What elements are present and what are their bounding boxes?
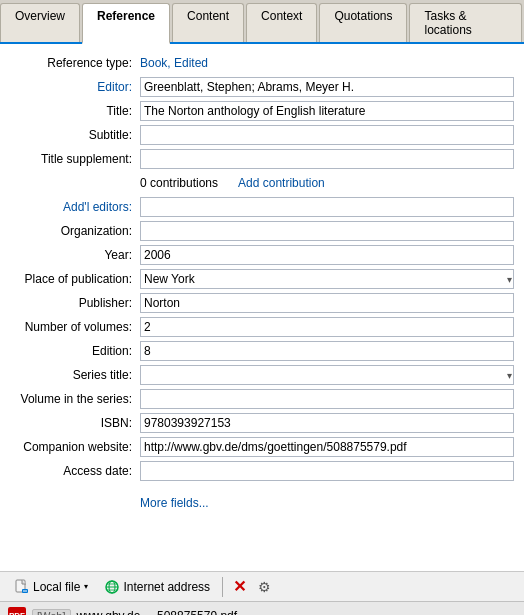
tab-content[interactable]: Content — [172, 3, 244, 42]
more-fields-link[interactable]: More fields... — [140, 496, 209, 510]
reference-type-label: Reference type: — [10, 56, 140, 70]
bottom-toolbar: Local file ▾ Internet address ✕ ⚙ — [0, 571, 524, 601]
companion-input[interactable] — [140, 437, 514, 457]
num-volumes-row: Number of volumes: — [10, 316, 514, 338]
series-title-select[interactable] — [140, 365, 514, 385]
title-supplement-label: Title supplement: — [10, 152, 140, 166]
title-label: Title: — [10, 104, 140, 118]
series-title-label: Series title: — [10, 368, 140, 382]
more-fields-area: More fields... — [10, 488, 514, 510]
organization-label: Organization: — [10, 224, 140, 238]
tab-reference[interactable]: Reference — [82, 3, 170, 44]
addl-editors-input[interactable] — [140, 197, 514, 217]
reference-form: Reference type: Book, Edited Editor: Tit… — [0, 44, 524, 571]
companion-label: Companion website: — [10, 440, 140, 454]
contributions-count: 0 contributions — [140, 176, 218, 190]
num-volumes-input[interactable] — [140, 317, 514, 337]
title-row: Title: — [10, 100, 514, 122]
subtitle-input[interactable] — [140, 125, 514, 145]
addl-editors-row: Add'l editors: — [10, 196, 514, 218]
companion-row: Companion website: — [10, 436, 514, 458]
place-select[interactable]: New York — [140, 269, 514, 289]
edition-input[interactable] — [140, 341, 514, 361]
file-bar: PDF [Web] www.gbv.de ... 508875579.pdf — [0, 601, 524, 615]
volume-label: Volume in the series: — [10, 392, 140, 406]
internet-address-button[interactable]: Internet address — [98, 577, 216, 597]
tab-bar: Overview Reference Content Context Quota… — [0, 0, 524, 44]
settings-button[interactable]: ⚙ — [254, 577, 275, 597]
tab-context[interactable]: Context — [246, 3, 317, 42]
year-input[interactable] — [140, 245, 514, 265]
editor-row: Editor: — [10, 76, 514, 98]
tab-quotations[interactable]: Quotations — [319, 3, 407, 42]
tab-tasks[interactable]: Tasks & locations — [409, 3, 522, 42]
subtitle-row: Subtitle: — [10, 124, 514, 146]
place-row: Place of publication: New York ▾ — [10, 268, 514, 290]
isbn-row: ISBN: — [10, 412, 514, 434]
globe-icon — [104, 579, 120, 595]
title-supplement-row: Title supplement: — [10, 148, 514, 170]
local-file-icon — [14, 579, 30, 595]
tab-overview[interactable]: Overview — [0, 3, 80, 42]
file-url: www.gbv.de ... 508875579.pdf — [77, 609, 238, 616]
editor-label: Editor: — [10, 80, 140, 94]
file-tag: [Web] — [32, 609, 71, 616]
organization-input[interactable] — [140, 221, 514, 241]
place-select-wrapper: New York ▾ — [140, 269, 514, 289]
reference-type-row: Reference type: Book, Edited — [10, 52, 514, 74]
local-file-label: Local file — [33, 580, 80, 594]
reference-type-value: Book, Edited — [140, 56, 514, 70]
place-label: Place of publication: — [10, 272, 140, 286]
internet-address-label: Internet address — [123, 580, 210, 594]
local-file-dropdown-arrow: ▾ — [84, 582, 88, 591]
delete-button[interactable]: ✕ — [229, 575, 250, 598]
year-row: Year: — [10, 244, 514, 266]
access-date-input[interactable] — [140, 461, 514, 481]
organization-row: Organization: — [10, 220, 514, 242]
edition-row: Edition: — [10, 340, 514, 362]
editor-input[interactable] — [140, 77, 514, 97]
access-date-row: Access date: — [10, 460, 514, 482]
series-select-wrapper: ▾ — [140, 365, 514, 385]
local-file-button[interactable]: Local file ▾ — [8, 577, 94, 597]
access-date-label: Access date: — [10, 464, 140, 478]
publisher-label: Publisher: — [10, 296, 140, 310]
num-volumes-label: Number of volumes: — [10, 320, 140, 334]
title-supplement-input[interactable] — [140, 149, 514, 169]
isbn-input[interactable] — [140, 413, 514, 433]
pdf-icon: PDF — [8, 607, 26, 616]
subtitle-label: Subtitle: — [10, 128, 140, 142]
publisher-row: Publisher: — [10, 292, 514, 314]
delete-icon: ✕ — [233, 577, 246, 596]
toolbar-separator — [222, 577, 223, 597]
volume-row: Volume in the series: — [10, 388, 514, 410]
isbn-label: ISBN: — [10, 416, 140, 430]
title-input[interactable] — [140, 101, 514, 121]
gear-icon: ⚙ — [258, 579, 271, 595]
year-label: Year: — [10, 248, 140, 262]
add-contribution-link[interactable]: Add contribution — [238, 176, 325, 190]
addl-editors-label: Add'l editors: — [10, 200, 140, 214]
volume-input[interactable] — [140, 389, 514, 409]
publisher-input[interactable] — [140, 293, 514, 313]
edition-label: Edition: — [10, 344, 140, 358]
series-title-row: Series title: ▾ — [10, 364, 514, 386]
contributions-row: 0 contributions Add contribution — [10, 172, 514, 194]
